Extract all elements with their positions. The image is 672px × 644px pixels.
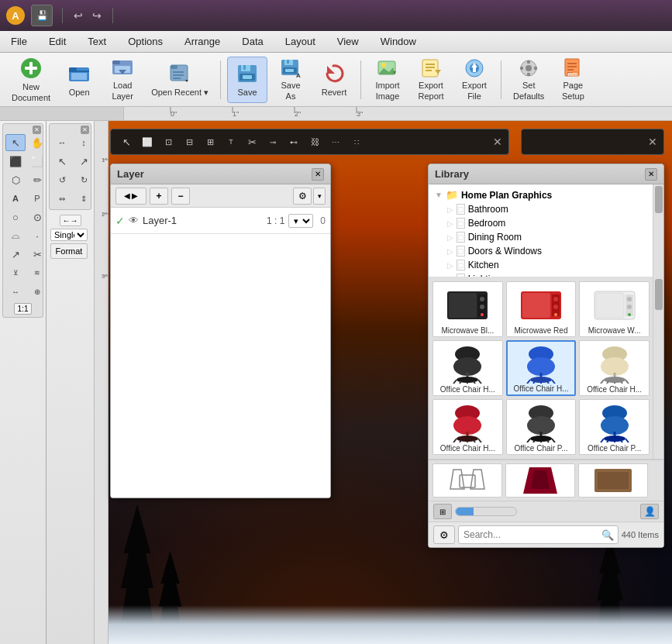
format-button[interactable]: Format bbox=[50, 243, 88, 259]
open-button[interactable]: Open bbox=[59, 57, 99, 103]
ft-paste[interactable]: ⊟ bbox=[180, 133, 198, 151]
canvas-area[interactable]: 1" 2" 3" ↖ ⬜ ⊡ ⊟ ⊞ T ✂ ⊸ ⊷ ⛓ ⋯ ∷ ✕ bbox=[95, 121, 672, 644]
ft-scissors-l[interactable]: ⊸ bbox=[264, 133, 282, 151]
pencil-tool[interactable]: ✏ bbox=[27, 171, 47, 188]
section2-close[interactable]: ✕ bbox=[81, 126, 89, 134]
load-layer-button[interactable]: Load Layer bbox=[102, 57, 143, 103]
menu-edit[interactable]: Edit bbox=[38, 31, 77, 52]
section1-close[interactable]: ✕ bbox=[33, 126, 41, 134]
layer-gear-btn[interactable]: ⚙ bbox=[293, 188, 312, 205]
measure-tool[interactable]: ⊻ bbox=[5, 264, 26, 281]
hline-tool[interactable]: ↔ bbox=[5, 283, 26, 300]
move-ur-tool[interactable]: ↗ bbox=[74, 153, 94, 170]
lib-item-chair-blue[interactable]: Office Chair H... bbox=[506, 340, 577, 396]
poly-tool[interactable]: ⬡ bbox=[5, 171, 26, 188]
ft-flip[interactable]: ⊞ bbox=[201, 133, 219, 151]
align-h-tool[interactable]: ↔ bbox=[52, 134, 72, 151]
rotate-l-tool[interactable]: ↺ bbox=[52, 171, 72, 188]
grid-scroll-thumb[interactable] bbox=[655, 279, 663, 310]
new-document-button[interactable]: New Document bbox=[6, 57, 56, 103]
circle-tool[interactable]: ○ bbox=[5, 208, 26, 226]
cross-tool[interactable]: ⊕ bbox=[27, 283, 47, 300]
lib-item-microwave-white[interactable]: Microwave W... bbox=[579, 281, 650, 337]
menu-window[interactable]: Window bbox=[370, 31, 427, 52]
export-report-button[interactable]: Export Report bbox=[411, 57, 451, 103]
page-setup-button[interactable]: mm Page Setup bbox=[553, 57, 593, 103]
menu-file[interactable]: File bbox=[0, 31, 38, 52]
menu-text[interactable]: Text bbox=[77, 31, 117, 52]
lib-item-chair-black[interactable]: Office Chair H... bbox=[432, 340, 503, 396]
floating-toolbar-2-close[interactable]: ✕ bbox=[648, 136, 657, 148]
library-panel-close[interactable]: ✕ bbox=[645, 168, 657, 181]
open-recent-button[interactable]: Open Recent ▾ bbox=[146, 57, 214, 103]
lib-tree-bedroom[interactable]: ▷ □ Bedroom bbox=[444, 216, 651, 230]
layer-scale-select[interactable]: ▾ bbox=[288, 214, 313, 228]
lib-tree-dining[interactable]: ▷ □ Dining Room bbox=[444, 230, 651, 244]
lib-item-brown-strip[interactable] bbox=[578, 463, 648, 498]
save-as-button[interactable]: A Save As bbox=[271, 57, 311, 103]
arc-tool[interactable]: ⌓ bbox=[5, 227, 26, 244]
floating-toolbar-1-close[interactable]: ✕ bbox=[493, 136, 502, 148]
align-v-tool[interactable]: ↕ bbox=[74, 134, 94, 151]
save-button[interactable]: Save bbox=[227, 57, 267, 103]
wave-tool[interactable]: ≋ bbox=[27, 264, 47, 281]
layer-dropdown-btn[interactable]: ▾ bbox=[313, 188, 326, 205]
layer-eye-icon[interactable]: 👁 bbox=[129, 215, 139, 226]
menu-view[interactable]: View bbox=[326, 31, 370, 52]
move-ul-tool[interactable]: ↖ bbox=[52, 153, 72, 170]
lib-person-btn[interactable]: 👤 bbox=[640, 504, 659, 519]
pin-tool[interactable]: P bbox=[27, 190, 47, 207]
select-tool[interactable]: ↖ bbox=[5, 134, 26, 151]
ft-crop[interactable]: ⬜ bbox=[138, 133, 157, 151]
circle-fill-tool[interactable]: ⊙ bbox=[27, 208, 47, 226]
lib-item-microwave-black[interactable]: Microwave Bl... bbox=[432, 281, 503, 337]
flip-v-tool[interactable]: ⇕ bbox=[74, 190, 94, 207]
ft-cut[interactable]: ✂ bbox=[243, 133, 261, 151]
pan-tool[interactable]: ✋ bbox=[27, 134, 47, 151]
ft-link[interactable]: ⛓ bbox=[305, 133, 324, 151]
arrow-tool[interactable]: ↗ bbox=[5, 246, 26, 263]
menu-data[interactable]: Data bbox=[231, 31, 274, 52]
lib-tree-bathroom[interactable]: ▷ □ Bathroom bbox=[444, 202, 651, 216]
ft-rotate[interactable]: T bbox=[222, 133, 240, 151]
ft-scissors-r[interactable]: ⊷ bbox=[284, 133, 303, 151]
ft-unlink[interactable]: ⋯ bbox=[326, 133, 345, 151]
layer-remove-btn[interactable]: − bbox=[171, 188, 190, 205]
lib-thumbnail-view-btn[interactable]: ⊞ bbox=[433, 504, 452, 519]
export-file-button[interactable]: Export File bbox=[454, 57, 495, 103]
undo-btn[interactable]: ↩ bbox=[72, 6, 84, 25]
menu-layout[interactable]: Layout bbox=[274, 31, 326, 52]
rect-outline-tool[interactable]: ⬜ bbox=[27, 153, 47, 170]
ft-dots[interactable]: ∷ bbox=[347, 133, 366, 151]
grid-scrollbar[interactable] bbox=[653, 277, 663, 459]
scissors-tool[interactable]: ✂ bbox=[27, 246, 47, 263]
lib-tree-lighting[interactable]: ▷ □ Lighting bbox=[444, 272, 651, 277]
rect-tool[interactable]: ⬛ bbox=[5, 153, 26, 170]
line-arrow-btn[interactable]: ←→ bbox=[60, 215, 81, 226]
menu-arrange[interactable]: Arrange bbox=[174, 31, 231, 52]
lib-item-chair-blue2[interactable]: Office Chair P... bbox=[579, 399, 650, 455]
layer-move-btns[interactable]: ◀▶ bbox=[115, 188, 146, 205]
flip-h-tool[interactable]: ⇔ bbox=[52, 190, 72, 207]
tree-scrollbar[interactable] bbox=[653, 184, 663, 277]
ft-select-all[interactable]: ↖ bbox=[117, 133, 136, 151]
line-style-select[interactable]: Single bbox=[50, 229, 88, 241]
lib-tree-root[interactable]: ▼ 📁 Home Plan Graphics bbox=[432, 188, 651, 202]
zoom-reset[interactable]: 1:1 bbox=[5, 303, 40, 315]
lib-item-chair-red2[interactable]: Office Chair H... bbox=[432, 399, 503, 455]
rotate-r-tool[interactable]: ↻ bbox=[74, 171, 94, 188]
revert-button[interactable]: Revert bbox=[314, 57, 354, 103]
lib-item-chair-burgundy[interactable] bbox=[505, 463, 575, 498]
zoom-ratio-btn[interactable]: 1:1 bbox=[14, 303, 33, 315]
tree-scroll-thumb[interactable] bbox=[655, 186, 663, 213]
menu-options[interactable]: Options bbox=[117, 31, 174, 52]
lib-gear-btn[interactable]: ⚙ bbox=[433, 525, 455, 544]
lib-search-input[interactable] bbox=[458, 525, 619, 544]
import-image-button[interactable]: Import Image bbox=[367, 57, 408, 103]
lib-item-chair-dark[interactable]: Office Chair P... bbox=[506, 399, 577, 455]
lib-item-chair-outline[interactable] bbox=[432, 463, 502, 498]
layer-add-btn[interactable]: + bbox=[150, 188, 168, 205]
lib-item-chair-gray[interactable]: Office Chair H... bbox=[579, 340, 650, 396]
set-defaults-button[interactable]: Set Defaults bbox=[508, 57, 550, 103]
lib-tree-doors[interactable]: ▷ □ Doors & Windows bbox=[444, 244, 651, 258]
